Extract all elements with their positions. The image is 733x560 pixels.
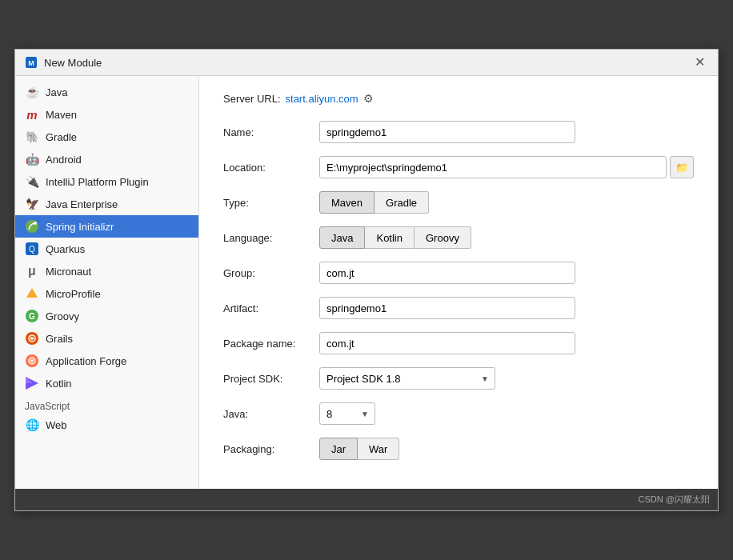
name-label: Name: (223, 126, 319, 138)
sidebar-item-label: Maven (46, 109, 77, 121)
sidebar-item-intellij-platform-plugin[interactable]: 🔌 IntelliJ Platform Plugin (15, 170, 198, 193)
language-toggle-group: Java Kotlin Groovy (319, 226, 471, 249)
micronaut-icon: μ (25, 264, 39, 278)
web-icon: 🌐 (25, 418, 39, 432)
sidebar-item-label: Grails (46, 333, 73, 345)
sidebar-item-application-forge[interactable]: Application Forge (15, 350, 198, 372)
maven-icon: m (25, 107, 39, 122)
name-input[interactable] (319, 121, 575, 143)
sidebar-item-grails[interactable]: Grails (15, 327, 198, 350)
location-input[interactable] (319, 156, 667, 178)
watermark: CSDN @闪耀太阳 (15, 489, 718, 510)
sidebar-item-quarkus[interactable]: Q Quarkus (15, 238, 198, 260)
package-name-label: Package name: (223, 338, 319, 350)
gradle-icon: 🐘 (25, 130, 39, 144)
sidebar-item-maven[interactable]: m Maven (15, 103, 198, 126)
sidebar-item-microprofile[interactable]: MicroProfile (15, 282, 198, 305)
browse-button[interactable]: 📁 (670, 156, 694, 178)
language-row: Language: Java Kotlin Groovy (223, 226, 694, 249)
android-icon: 🤖 (25, 152, 39, 166)
sidebar-item-gradle[interactable]: 🐘 Gradle (15, 126, 198, 148)
sidebar-item-micronaut[interactable]: μ Micronaut (15, 260, 198, 282)
sidebar-item-spring-initializr[interactable]: Spring Initializr (15, 215, 198, 238)
svg-point-2 (26, 220, 38, 233)
artifact-input[interactable] (319, 297, 575, 319)
sidebar-item-label: Spring Initializr (46, 221, 114, 233)
packaging-label: Packaging: (223, 443, 319, 455)
server-url-link[interactable]: start.aliyun.com (286, 93, 358, 105)
sidebar-item-label: Micronaut (46, 266, 91, 278)
kotlin-icon (25, 376, 39, 390)
sidebar-item-label: MicroProfile (46, 288, 101, 300)
new-module-dialog: M New Module ✕ ☕ Java m Maven 🐘 Gradle 🤖 (14, 49, 719, 511)
svg-text:M: M (28, 59, 34, 67)
sidebar-item-label: IntelliJ Platform Plugin (46, 176, 149, 188)
location-label: Location: (223, 162, 319, 174)
type-toggle-group: Maven Gradle (319, 191, 429, 214)
sidebar-item-java[interactable]: ☕ Java (15, 81, 198, 103)
grails-icon (25, 331, 39, 346)
svg-point-3 (34, 222, 37, 225)
java-row: Java: 8 11 17 ▼ (223, 402, 694, 425)
group-input[interactable] (319, 262, 575, 284)
packaging-jar-button[interactable]: Jar (319, 438, 358, 460)
sidebar-item-label: Quarkus (46, 243, 85, 255)
java-enterprise-icon: 🦅 (25, 197, 39, 211)
spring-icon (25, 219, 39, 234)
packaging-toggle-group: Jar War (319, 438, 399, 460)
sidebar-item-kotlin[interactable]: Kotlin (15, 372, 198, 394)
dialog-body: ☕ Java m Maven 🐘 Gradle 🤖 Android 🔌 Inte… (15, 76, 718, 489)
type-label: Type: (223, 197, 319, 209)
title-bar: M New Module ✕ (15, 50, 718, 76)
type-gradle-button[interactable]: Gradle (375, 191, 429, 214)
svg-text:G: G (29, 312, 35, 321)
project-sdk-select[interactable]: Project SDK 1.8 1.8 11 17 (319, 367, 495, 390)
language-groovy-button[interactable]: Groovy (415, 226, 471, 249)
sidebar-item-groovy[interactable]: G Groovy (15, 305, 198, 327)
packaging-row: Packaging: Jar War (223, 438, 694, 460)
dialog-title: New Module (44, 57, 102, 69)
location-row: Location: 📁 (223, 156, 694, 178)
svg-text:Q: Q (29, 245, 35, 254)
svg-point-14 (30, 359, 34, 362)
language-label: Language: (223, 232, 319, 244)
java-icon: ☕ (25, 85, 39, 99)
artifact-row: Artifact: (223, 297, 694, 319)
folder-icon: 📁 (675, 162, 688, 174)
type-maven-button[interactable]: Maven (319, 191, 375, 214)
group-row: Group: (223, 262, 694, 284)
sidebar-item-label: Web (46, 419, 67, 431)
java-select[interactable]: 8 11 17 (319, 402, 375, 425)
language-kotlin-button[interactable]: Kotlin (365, 226, 415, 249)
sidebar-item-android[interactable]: 🤖 Android (15, 148, 198, 170)
java-label: Java: (223, 408, 319, 420)
name-row: Name: (223, 121, 694, 143)
server-url-label: Server URL: (223, 93, 281, 105)
language-java-button[interactable]: Java (319, 226, 365, 249)
sidebar-item-label: Kotlin (46, 378, 72, 390)
settings-icon[interactable]: ⚙ (363, 92, 374, 105)
server-url-row: Server URL: start.aliyun.com ⚙ (223, 92, 694, 105)
dialog-icon: M (25, 56, 38, 69)
project-sdk-row: Project SDK: Project SDK 1.8 1.8 11 17 ▼ (223, 367, 694, 390)
sidebar-item-label: Java (46, 86, 67, 98)
application-forge-icon (25, 354, 39, 368)
package-name-input[interactable] (319, 332, 575, 354)
artifact-label: Artifact: (223, 302, 319, 314)
sidebar: ☕ Java m Maven 🐘 Gradle 🤖 Android 🔌 Inte… (15, 76, 199, 489)
sidebar-item-label: Application Forge (46, 355, 126, 367)
microprofile-icon (25, 286, 39, 301)
type-row: Type: Maven Gradle (223, 191, 694, 214)
close-button[interactable]: ✕ (691, 56, 708, 69)
packaging-war-button[interactable]: War (358, 438, 399, 460)
svg-marker-6 (26, 288, 38, 298)
sidebar-item-java-enterprise[interactable]: 🦅 Java Enterprise (15, 193, 198, 215)
quarkus-icon: Q (25, 242, 39, 256)
groovy-icon: G (25, 309, 39, 323)
sidebar-item-web[interactable]: 🌐 Web (15, 414, 198, 436)
sidebar-item-label: Groovy (46, 310, 79, 322)
sidebar-section-javascript: JavaScript (15, 394, 198, 414)
sidebar-item-label: Gradle (46, 131, 77, 143)
intellij-icon: 🔌 (25, 174, 39, 189)
sidebar-item-label: Java Enterprise (46, 198, 118, 210)
